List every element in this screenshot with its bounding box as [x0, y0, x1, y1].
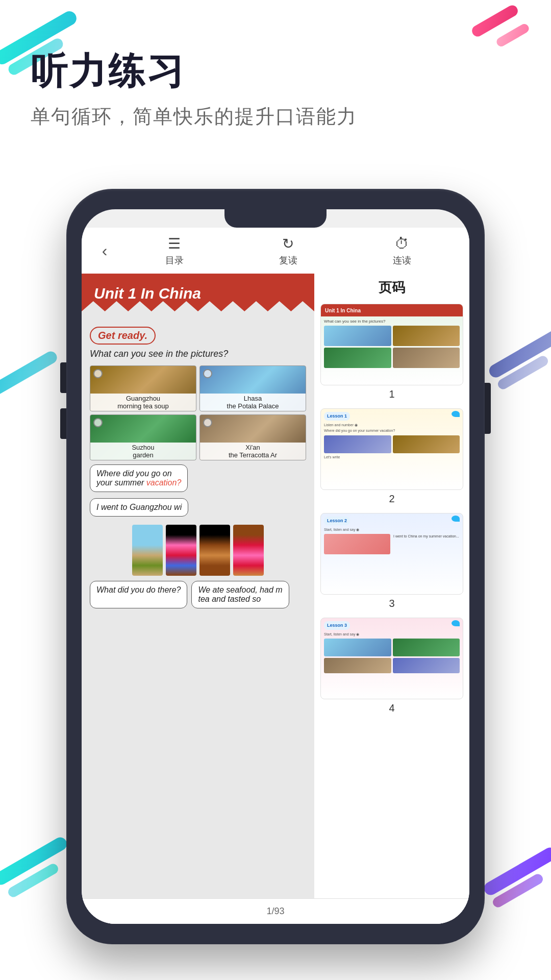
panel-title: 页码 — [320, 279, 463, 297]
thumb-content-2: Lesson 1 Listen and number ◉ Where did y… — [321, 409, 463, 462]
dialogue-section: Where did you go onyour summer vacation?… — [90, 464, 306, 611]
nav-item-repeat[interactable]: ↻ 复读 — [279, 235, 297, 266]
thumb-bird-3 — [452, 516, 460, 522]
thumb-mini-5 — [324, 435, 391, 453]
app-topbar: ‹ ☰ 目录 ↻ 复读 ⏱ 连读 — [82, 228, 469, 274]
thumb-mini-7 — [324, 534, 390, 554]
thumb-page-2: Lesson 1 Listen and number ◉ Where did y… — [320, 408, 463, 490]
picture-label-suzhou: Suzhougarden — [90, 443, 196, 460]
thumb-img-row-1 — [324, 326, 460, 346]
page-subtitle: 单句循环，简单快乐的提升口语能力 — [31, 104, 520, 130]
get-ready-text: Get ready. — [98, 330, 147, 341]
thumb-content-1: What can you see in the pictures? — [321, 316, 463, 370]
dialogue-bubble-3: What did you do there? — [90, 581, 187, 608]
nav-item-toc[interactable]: ☰ 目录 — [165, 235, 184, 266]
characters-row — [90, 525, 306, 576]
thumb-img-row-4b — [324, 658, 460, 673]
thumb-header-text-1: Unit 1 In China — [325, 308, 361, 313]
circle-marker-1 — [93, 369, 103, 378]
volume-up-button — [60, 362, 66, 393]
page-progress: 1/93 — [266, 906, 284, 917]
thumb-content-4: Lesson 3 Start, listen and say ◉ — [321, 618, 463, 675]
dialogue-bubble-4: We ate seafood, had mtea and tasted so — [191, 581, 289, 608]
picture-suzhou: Suzhougarden — [90, 414, 196, 460]
unit-title: Unit 1 In China — [94, 285, 302, 302]
thumb-content-3: Lesson 2 Start, listen and say ◉ I went … — [321, 513, 463, 556]
character-girl1 — [166, 525, 196, 576]
thumb-mini-1 — [324, 326, 391, 346]
picture-label-guangzhou: Guangzhoumorning tea soup — [90, 394, 196, 411]
thumb-mini-3 — [324, 348, 391, 368]
content-area: Unit 1 In China Get ready. What can you … — [82, 274, 469, 924]
character-boy2 — [199, 525, 230, 576]
thumb-bird-4 — [452, 620, 460, 626]
get-ready-box: Get ready. — [90, 327, 156, 345]
pictures-grid: Guangzhoumorning tea soup Lhasathe Potal… — [90, 365, 306, 460]
book-page: Unit 1 In China Get ready. What can you … — [82, 274, 314, 924]
phone-screen: ‹ ☰ 目录 ↻ 复读 ⏱ 连读 — [82, 209, 469, 924]
nav-item-continuous[interactable]: ⏱ 连读 — [393, 235, 411, 266]
thumb-number-2: 2 — [320, 493, 463, 505]
volume-down-button — [60, 408, 66, 439]
thumb-lesson-tag-3: Lesson 2 — [324, 517, 350, 525]
continuous-label: 连读 — [393, 254, 411, 266]
thumbnail-1[interactable]: Unit 1 In China What can you see in the … — [320, 304, 463, 400]
picture-lhasa: Lhasathe Potala Palace — [199, 365, 306, 411]
phone-frame: ‹ ☰ 目录 ↻ 复读 ⏱ 连读 — [66, 189, 485, 944]
thumb-img-row-3: I went to China on my summer vacation... — [324, 534, 460, 554]
deco-stroke-ml1 — [0, 349, 59, 398]
page-title: 听力练习 — [31, 51, 520, 91]
circle-marker-2 — [203, 369, 212, 378]
phone-mockup: ‹ ☰ 目录 ↻ 复读 ⏱ 连读 — [66, 189, 485, 944]
dialogue-bubble-1: Where did you go onyour summer vacation? — [90, 464, 188, 492]
toc-label: 目录 — [165, 254, 184, 266]
thumb-mini-10 — [324, 658, 391, 673]
nav-items: ☰ 目录 ↻ 复读 ⏱ 连读 — [117, 235, 459, 266]
power-button — [485, 383, 491, 434]
thumb-page-3: Lesson 2 Start, listen and say ◉ I went … — [320, 513, 463, 595]
thumb-bird-2 — [452, 411, 460, 417]
circle-marker-4 — [203, 418, 212, 427]
circle-marker-3 — [93, 418, 103, 427]
unit-header: Unit 1 In China — [82, 274, 314, 311]
thumb-mini-4 — [393, 348, 460, 368]
picture-xian: Xi'anthe Terracotta Ar — [199, 414, 306, 460]
picture-label-lhasa: Lhasathe Potala Palace — [200, 394, 306, 411]
thumb-img-row-4 — [324, 639, 460, 656]
dialogue-bubble-2: I went to Guangzhou wi — [90, 498, 188, 517]
continuous-icon: ⏱ — [395, 235, 409, 252]
back-button[interactable]: ‹ — [92, 238, 117, 263]
thumb-mini-9 — [393, 639, 460, 656]
thumb-page-1: Unit 1 In China What can you see in the … — [320, 304, 463, 385]
thumb-lesson-tag-2: Lesson 1 — [324, 412, 350, 421]
deco-stroke-tr2 — [495, 22, 531, 48]
bottom-dialogue: What did you do there? We ate seafood, h… — [90, 581, 306, 611]
notch — [224, 209, 327, 228]
book-body: Get ready. What can you see in the pictu… — [82, 311, 314, 620]
thumb-img-row-1b — [324, 348, 460, 368]
thumbnail-3[interactable]: Lesson 2 Start, listen and say ◉ I went … — [320, 513, 463, 609]
thumb-number-4: 4 — [320, 702, 463, 714]
thumb-number-3: 3 — [320, 598, 463, 609]
repeat-icon: ↻ — [282, 235, 294, 252]
picture-guangzhou: Guangzhoumorning tea soup — [90, 365, 196, 411]
repeat-label: 复读 — [279, 254, 297, 266]
toc-icon: ☰ — [168, 235, 181, 252]
character-girl2 — [233, 525, 264, 576]
thumb-mini-2 — [393, 326, 460, 346]
thumb-mini-6 — [393, 435, 460, 453]
pages-panel: 页码 Unit 1 In China What can you see in t… — [314, 274, 469, 924]
thumb-lesson-tag-4: Lesson 3 — [324, 621, 350, 630]
thumb-mini-8 — [324, 639, 391, 656]
character-boy1 — [132, 525, 163, 576]
thumb-header-1: Unit 1 In China — [321, 304, 463, 316]
thumb-number-1: 1 — [320, 388, 463, 400]
question-text: What can you see in the pictures? — [90, 349, 306, 359]
thumbnail-2[interactable]: Lesson 1 Listen and number ◉ Where did y… — [320, 408, 463, 505]
app-bottombar: 1/93 — [82, 898, 469, 924]
picture-label-xian: Xi'anthe Terracotta Ar — [200, 443, 306, 460]
thumb-page-4: Lesson 3 Start, listen and say ◉ — [320, 618, 463, 699]
thumbnail-4[interactable]: Lesson 3 Start, listen and say ◉ — [320, 618, 463, 714]
thumb-img-row-2 — [324, 435, 460, 453]
thumb-mini-11 — [393, 658, 460, 673]
